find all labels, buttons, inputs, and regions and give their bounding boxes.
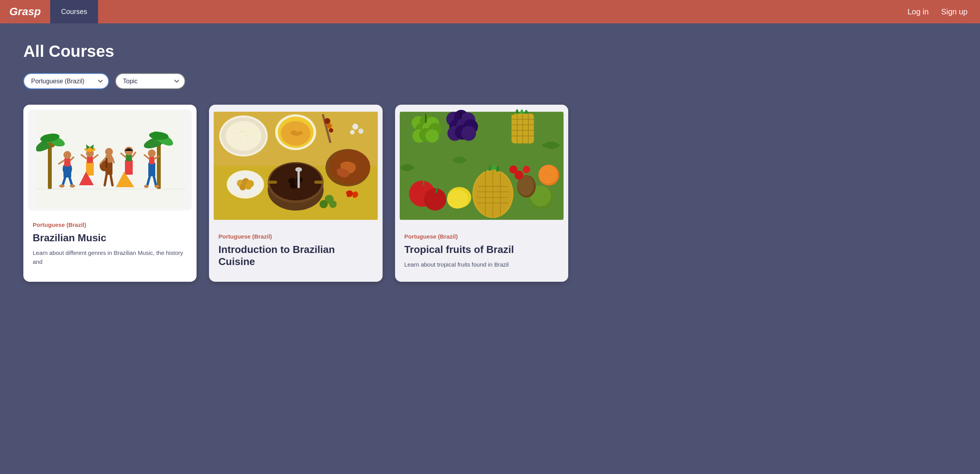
svg-rect-36 xyxy=(125,160,133,175)
svg-point-49 xyxy=(155,185,159,188)
svg-rect-12 xyxy=(63,166,71,177)
svg-rect-136 xyxy=(436,188,437,193)
courses-nav-tab[interactable]: Courses xyxy=(50,0,98,23)
svg-point-6 xyxy=(51,144,54,147)
svg-point-61 xyxy=(237,133,239,134)
course-description-music: Learn about different genres in Brazilia… xyxy=(33,249,187,266)
svg-point-149 xyxy=(509,165,517,174)
svg-point-60 xyxy=(226,121,262,151)
svg-point-92 xyxy=(353,124,358,130)
svg-point-63 xyxy=(245,132,246,133)
svg-rect-42 xyxy=(149,156,155,164)
course-title-music: Brazilian Music xyxy=(33,232,187,244)
course-description-fruits: Learn about tropical fruits found in Bra… xyxy=(404,260,559,269)
svg-point-56 xyxy=(327,123,332,128)
course-image-music xyxy=(28,109,192,211)
svg-rect-77 xyxy=(314,181,324,184)
course-language-fruits: Portuguese (Brazil) xyxy=(404,233,559,240)
svg-rect-31 xyxy=(105,158,107,168)
course-image-cuisine xyxy=(214,109,378,222)
login-link[interactable]: Log in xyxy=(908,7,929,16)
svg-rect-123 xyxy=(460,112,462,119)
page-title: All Courses xyxy=(23,42,957,61)
svg-point-14 xyxy=(63,151,71,159)
svg-rect-13 xyxy=(64,158,70,167)
brand-logo: Grasp xyxy=(9,5,41,18)
svg-point-79 xyxy=(295,167,302,172)
svg-point-94 xyxy=(350,130,355,134)
filters-bar: Portuguese (Brazil) All Languages Spanis… xyxy=(23,73,957,89)
course-language-cuisine: Portuguese (Brazil) xyxy=(218,233,373,240)
course-card-tropical-fruits[interactable]: Portuguese (Brazil) Tropical fruits of B… xyxy=(395,105,568,282)
svg-point-55 xyxy=(325,118,330,124)
svg-point-57 xyxy=(329,128,333,132)
svg-rect-113 xyxy=(425,114,427,123)
course-card-body-cuisine: Portuguese (Brazil) Introduction to Braz… xyxy=(209,227,382,282)
course-card-brazilian-cuisine[interactable]: Portuguese (Brazil) Introduction to Braz… xyxy=(209,105,382,282)
svg-point-48 xyxy=(144,185,149,188)
svg-point-64 xyxy=(247,135,248,137)
language-filter[interactable]: Portuguese (Brazil) All Languages Spanis… xyxy=(23,73,109,89)
svg-point-148 xyxy=(523,166,530,173)
navbar-auth: Log in Sign up xyxy=(895,7,980,16)
svg-point-112 xyxy=(425,129,439,142)
svg-rect-41 xyxy=(148,163,155,176)
svg-point-43 xyxy=(148,149,156,157)
svg-point-65 xyxy=(239,137,241,139)
svg-point-19 xyxy=(59,184,65,188)
course-card-body-music: Portuguese (Brazil) Brazilian Music Lear… xyxy=(23,215,197,276)
svg-point-146 xyxy=(549,173,551,176)
svg-point-138 xyxy=(447,190,468,209)
svg-point-145 xyxy=(545,171,547,174)
svg-point-144 xyxy=(539,165,557,184)
signup-link[interactable]: Sign up xyxy=(941,7,968,16)
svg-point-134 xyxy=(424,188,446,210)
course-image-fruits xyxy=(400,109,564,222)
navbar: Grasp Courses Log in Sign up xyxy=(0,0,980,23)
svg-point-20 xyxy=(70,184,75,188)
main-content: All Courses Portuguese (Brazil) All Lang… xyxy=(0,23,980,305)
course-card-brazilian-music[interactable]: Portuguese (Brazil) Brazilian Music Lear… xyxy=(23,105,197,282)
course-title-cuisine: Introduction to Brazilian Cuisine xyxy=(218,244,373,268)
svg-rect-1 xyxy=(48,142,52,189)
svg-point-91 xyxy=(329,200,337,208)
topic-filter[interactable]: Topic Music Food Culture Nature xyxy=(115,73,185,89)
svg-point-122 xyxy=(461,126,476,141)
svg-rect-78 xyxy=(298,170,300,188)
courses-grid: Portuguese (Brazil) Brazilian Music Lear… xyxy=(23,105,568,282)
svg-point-86 xyxy=(245,183,252,190)
course-card-body-fruits: Portuguese (Brazil) Tropical fruits of B… xyxy=(395,227,568,279)
courses-tab-label: Courses xyxy=(61,8,87,16)
svg-rect-76 xyxy=(268,181,277,184)
svg-rect-21 xyxy=(86,162,94,176)
svg-point-90 xyxy=(320,200,328,208)
course-language-music: Portuguese (Brazil) xyxy=(33,221,187,228)
brand-logo-container[interactable]: Grasp xyxy=(0,0,50,23)
svg-rect-135 xyxy=(423,181,424,185)
course-title-fruits: Tropical fruits of Brazil xyxy=(404,244,559,256)
svg-point-62 xyxy=(241,130,242,132)
svg-point-24 xyxy=(84,147,95,152)
svg-rect-7 xyxy=(157,140,161,189)
svg-point-29 xyxy=(105,148,113,156)
svg-point-93 xyxy=(358,128,364,133)
